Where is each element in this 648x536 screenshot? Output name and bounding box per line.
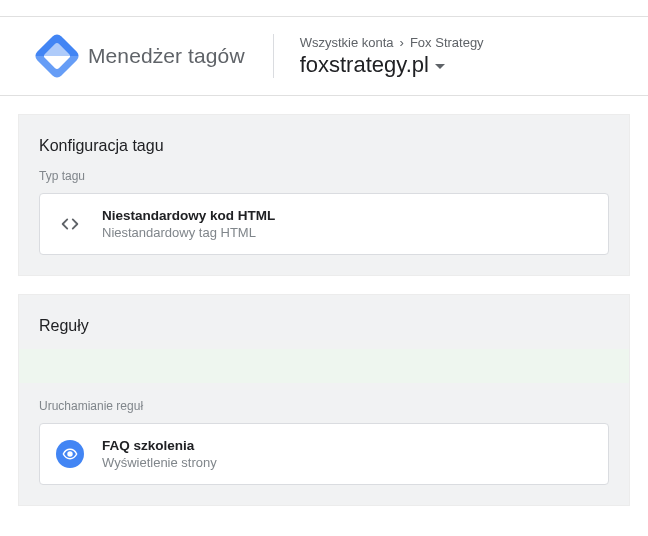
tag-type-card[interactable]: Niestandardowy kod HTML Niestandardowy t…	[39, 193, 609, 255]
tag-config-title: Konfiguracja tagu	[19, 115, 629, 169]
chevron-right-icon: ›	[400, 35, 404, 50]
tag-config-panel: Konfiguracja tagu Typ tagu Niestandardow…	[18, 114, 630, 276]
trigger-subtitle: Wyświetlenie strony	[102, 455, 217, 470]
firing-triggers-label: Uruchamianie reguł	[19, 383, 629, 423]
tag-type-subtitle: Niestandardowy tag HTML	[102, 225, 275, 240]
svg-point-0	[68, 452, 72, 456]
dropdown-arrow-icon	[435, 64, 445, 69]
tag-type-title: Niestandardowy kod HTML	[102, 208, 275, 223]
top-bar: Menedżer tagów Wszystkie konta › Fox Str…	[0, 16, 648, 96]
trigger-title: FAQ szkolenia	[102, 438, 217, 453]
brand-title: Menedżer tagów	[88, 44, 245, 68]
container-name: foxstrategy.pl	[300, 52, 429, 78]
highlight-strip	[19, 349, 629, 383]
trigger-card[interactable]: FAQ szkolenia Wyświetlenie strony	[39, 423, 609, 485]
account-container-picker[interactable]: Wszystkie konta › Fox Strategy foxstrate…	[300, 35, 484, 78]
divider	[273, 34, 274, 78]
breadcrumb-account: Fox Strategy	[410, 35, 484, 50]
code-icon	[56, 210, 84, 238]
tag-manager-logo-icon	[33, 32, 81, 80]
triggers-panel: Reguły Uruchamianie reguł FAQ szkolenia …	[18, 294, 630, 506]
tag-type-label: Typ tagu	[19, 169, 629, 193]
brand[interactable]: Menedżer tagów	[40, 39, 245, 73]
page-view-trigger-icon	[56, 440, 84, 468]
container-row: foxstrategy.pl	[300, 52, 484, 78]
triggers-title: Reguły	[19, 295, 629, 349]
breadcrumb: Wszystkie konta › Fox Strategy	[300, 35, 484, 50]
breadcrumb-all-accounts: Wszystkie konta	[300, 35, 394, 50]
